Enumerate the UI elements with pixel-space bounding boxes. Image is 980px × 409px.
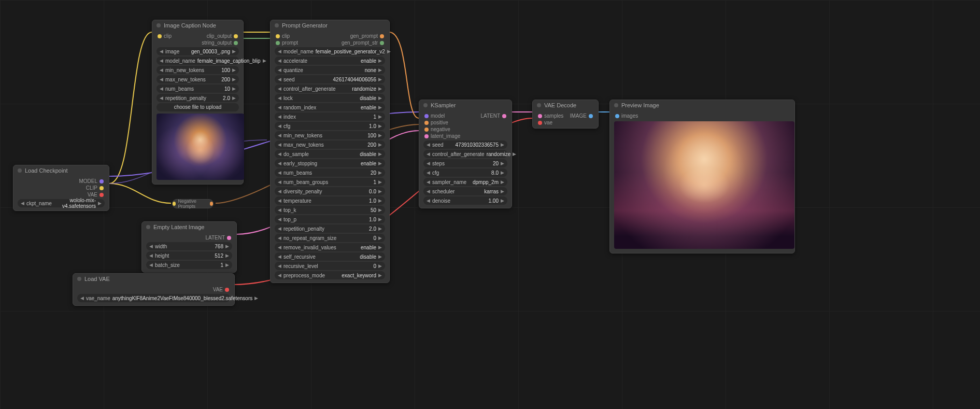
arrow-right-icon[interactable]: ▶ [501, 189, 504, 194]
prompt-generator-control-after-generate-widget[interactable]: ◀control_after_generaterandomize▶ [275, 84, 385, 93]
arrow-right-icon[interactable]: ▶ [378, 179, 382, 185]
arrow-left-icon[interactable]: ◀ [278, 123, 281, 129]
node-header[interactable]: VAE Decode [533, 100, 598, 110]
empty-latent-height-widget[interactable]: ◀height512▶ [146, 251, 232, 260]
arrow-left-icon[interactable]: ◀ [278, 95, 281, 101]
arrow-left-icon[interactable]: ◀ [278, 235, 281, 241]
node-empty-latent-image[interactable]: Empty Latent Image LATENT ◀width768▶◀hei… [141, 221, 237, 273]
arrow-left-icon[interactable]: ◀ [21, 201, 24, 206]
arrow-right-icon[interactable]: ▶ [378, 105, 382, 110]
node-preview-image[interactable]: Preview Image images [609, 100, 795, 253]
arrow-right-icon[interactable]: ▶ [378, 226, 382, 231]
arrow-right-icon[interactable]: ▶ [513, 151, 516, 157]
port-images-in[interactable] [615, 114, 619, 118]
port-latent-image-in[interactable] [424, 134, 429, 138]
node-load-checkpoint[interactable]: Load Checkpoint MODEL CLIP VAE ◀ ckpt_na… [13, 165, 109, 211]
port-gen-prompt-str-out[interactable] [380, 41, 384, 45]
port-out[interactable] [210, 202, 213, 206]
prompt-generator-index-widget[interactable]: ◀index1▶ [275, 112, 385, 121]
port-vae-out[interactable] [225, 288, 229, 292]
arrow-right-icon[interactable]: ▶ [378, 217, 382, 222]
ksampler-denoise-widget[interactable]: ◀denoise1.00▶ [423, 196, 507, 205]
arrow-right-icon[interactable]: ▶ [378, 58, 382, 63]
ksampler-sampler-name-widget[interactable]: ◀sampler_namedpmpp_2m▶ [423, 178, 507, 186]
arrow-left-icon[interactable]: ◀ [160, 95, 163, 101]
arrow-right-icon[interactable]: ▶ [378, 123, 382, 129]
prompt-generator-remove-invalid-values-widget[interactable]: ◀remove_invalid_valuesenable▶ [275, 243, 385, 251]
port-clip-output[interactable] [234, 34, 238, 38]
prompt-generator-recursive-level-widget[interactable]: ◀recursive_level0▶ [275, 262, 385, 270]
arrow-left-icon[interactable]: ◀ [278, 189, 281, 194]
arrow-right-icon[interactable]: ▶ [378, 133, 382, 138]
port-model-out[interactable] [100, 179, 104, 184]
port-clip-in[interactable] [158, 34, 162, 38]
arrow-left-icon[interactable]: ◀ [160, 77, 163, 82]
arrow-left-icon[interactable]: ◀ [427, 170, 430, 175]
image-caption-image-widget[interactable]: ◀imagegen_00003_.png▶ [157, 47, 239, 55]
prompt-generator-min-new-tokens-widget[interactable]: ◀min_new_tokens100▶ [275, 131, 385, 139]
arrow-left-icon[interactable]: ◀ [149, 253, 153, 258]
arrow-left-icon[interactable]: ◀ [278, 245, 281, 250]
arrow-left-icon[interactable]: ◀ [278, 273, 281, 278]
arrow-right-icon[interactable]: ▶ [263, 58, 266, 63]
collapse-dot-icon[interactable] [537, 103, 541, 107]
port-string-output[interactable] [234, 41, 238, 45]
arrow-left-icon[interactable]: ◀ [278, 179, 281, 185]
arrow-right-icon[interactable]: ▶ [378, 254, 382, 259]
arrow-right-icon[interactable]: ▶ [225, 244, 229, 249]
arrow-right-icon[interactable]: ▶ [387, 49, 391, 54]
arrow-left-icon[interactable]: ◀ [278, 170, 281, 175]
ksampler-cfg-widget[interactable]: ◀cfg8.0▶ [423, 168, 507, 177]
prompt-generator-no-repeat-ngram-size-widget[interactable]: ◀no_repeat_ngram_size0▶ [275, 234, 385, 242]
node-header[interactable]: Load Checkpoint [13, 165, 109, 176]
arrow-left-icon[interactable]: ◀ [278, 226, 281, 231]
prompt-generator-preprocess-mode-widget[interactable]: ◀preprocess_modeexact_keyword▶ [275, 271, 385, 279]
arrow-right-icon[interactable]: ▶ [378, 235, 382, 241]
node-header[interactable]: Preview Image [610, 100, 794, 110]
arrow-left-icon[interactable]: ◀ [427, 179, 430, 185]
port-negative-in[interactable] [424, 128, 429, 132]
prompt-generator-max-new-tokens-widget[interactable]: ◀max_new_tokens200▶ [275, 140, 385, 149]
collapse-dot-icon[interactable] [146, 225, 150, 229]
port-latent-out[interactable] [227, 236, 231, 240]
prompt-generator-cfg-widget[interactable]: ◀cfg1.0▶ [275, 122, 385, 130]
arrow-right-icon[interactable]: ▶ [232, 49, 236, 54]
arrow-left-icon[interactable]: ◀ [80, 295, 84, 301]
port-vae-out[interactable] [100, 193, 104, 197]
port-gen-prompt-out[interactable] [380, 34, 384, 38]
empty-latent-width-widget[interactable]: ◀width768▶ [146, 242, 232, 250]
arrow-right-icon[interactable]: ▶ [232, 86, 236, 91]
arrow-right-icon[interactable]: ▶ [232, 77, 236, 82]
arrow-right-icon[interactable]: ▶ [378, 142, 382, 147]
arrow-right-icon[interactable]: ▶ [378, 198, 382, 203]
node-load-vae[interactable]: Load VAE VAE ◀ vae_name anythingKlF8Anim… [73, 273, 235, 306]
node-prompt-generator[interactable]: Prompt Generator clip gen_prompt prompt … [270, 20, 390, 283]
arrow-left-icon[interactable]: ◀ [278, 133, 281, 138]
node-header[interactable]: KSampler [419, 100, 512, 110]
arrow-left-icon[interactable]: ◀ [278, 49, 281, 54]
arrow-right-icon[interactable]: ▶ [232, 95, 236, 101]
port-vae-in[interactable] [538, 121, 542, 125]
arrow-left-icon[interactable]: ◀ [278, 151, 281, 157]
prompt-generator-repetition-penalty-widget[interactable]: ◀repetition_penalty2.0▶ [275, 224, 385, 233]
prompt-generator-model-name-widget[interactable]: ◀model_namefemale_positive_generator_v2▶ [275, 47, 385, 55]
arrow-left-icon[interactable]: ◀ [278, 105, 281, 110]
arrow-left-icon[interactable]: ◀ [427, 189, 430, 194]
choose-file-button[interactable]: choose file to upload [157, 103, 239, 111]
arrow-right-icon[interactable]: ▶ [501, 170, 504, 175]
collapse-dot-icon[interactable] [614, 103, 618, 107]
arrow-left-icon[interactable]: ◀ [278, 77, 281, 82]
arrow-left-icon[interactable]: ◀ [160, 67, 163, 73]
node-header[interactable]: Image Caption Node [152, 20, 243, 31]
arrow-left-icon[interactable]: ◀ [427, 142, 430, 147]
vae-name-widget[interactable]: ◀ vae_name anythingKlF8Anime2VaeFtMse840… [77, 294, 230, 302]
node-negative-prompts-collapsed[interactable]: Negative Prompts [172, 199, 214, 208]
port-samples-in[interactable] [538, 114, 542, 118]
prompt-generator-early-stopping-widget[interactable]: ◀early_stoppingenable▶ [275, 159, 385, 167]
empty-latent-batch-size-widget[interactable]: ◀batch_size1▶ [146, 261, 232, 269]
prompt-generator-top-k-widget[interactable]: ◀top_k50▶ [275, 206, 385, 214]
image-caption-model-name-widget[interactable]: ◀model_namefemale_image_caption_blip▶ [157, 57, 239, 65]
arrow-right-icon[interactable]: ▶ [378, 67, 382, 73]
image-caption-max-new-tokens-widget[interactable]: ◀max_new_tokens200▶ [157, 75, 239, 83]
port-clip-in[interactable] [276, 34, 280, 38]
